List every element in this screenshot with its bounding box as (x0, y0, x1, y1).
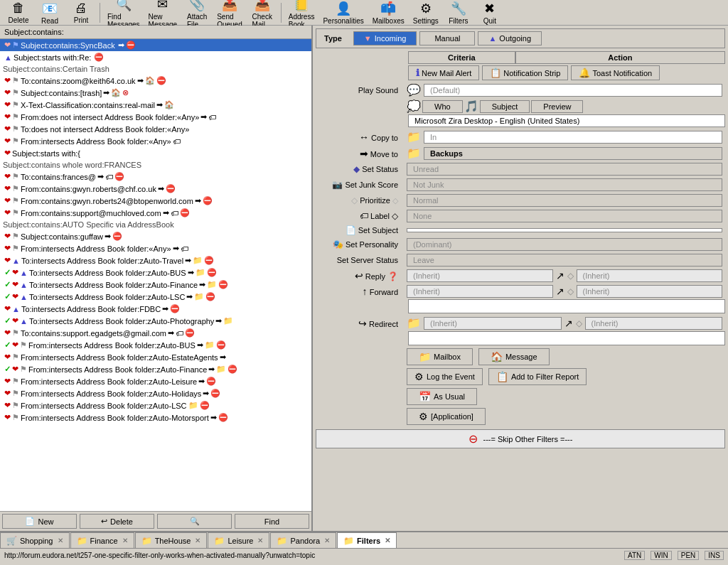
filter-item[interactable]: ✓ ❤ ⚑ From:intersects Address Book folde… (0, 363, 311, 375)
find-filter-button[interactable]: Find (235, 514, 309, 529)
flag-icon: ⚑ (12, 208, 19, 217)
filter-item[interactable]: ✓ ❤ ⚑ From:intersects Address Book folde… (0, 339, 311, 351)
application-btn[interactable]: ⚙ [Application] (407, 408, 486, 425)
focus-filter-button[interactable]: 🔍 (157, 514, 232, 529)
redirect-text-input[interactable] (408, 331, 725, 345)
tb-personalities[interactable]: 👤 Personalities (318, 0, 368, 26)
filter-item[interactable]: ❤ ⚑ Subject:contains:SyncBack ➡ ⛔ (0, 39, 311, 51)
preview-btn[interactable]: Preview (531, 100, 583, 113)
filter-item[interactable]: ❤ ⚑ To:contains:zoom@keith64.co.uk ➡ 🏠 ⛔ (0, 75, 311, 87)
set-personality-value[interactable]: (Dominant) (407, 238, 722, 251)
new-filter-button[interactable]: 📄 New (2, 514, 77, 529)
tab-incoming[interactable]: ▼ Incoming (353, 31, 417, 45)
filter-item[interactable]: ❤ ⚑ Subject:contains:guffaw ➡ ⛔ (0, 230, 311, 242)
set-server-value[interactable]: Leave (407, 254, 722, 267)
delete-filter-button[interactable]: ↩ Delete (80, 514, 154, 529)
toast-notification-btn[interactable]: 🔔 Toast Notification (571, 65, 660, 80)
filter-text: Subject:starts with:Re: (14, 53, 91, 62)
preview-label: Preview (543, 102, 571, 111)
filter-item[interactable]: ✓ ❤ ▲ To:intersects Address Book folder:… (0, 291, 311, 303)
log-event-btn[interactable]: ⚙ Log the Event (407, 368, 483, 385)
filter-item[interactable]: ❤ ⚑ From:contains:support@muchloved.com … (0, 207, 311, 219)
tab-outgoing[interactable]: ▲ Outgoing (478, 31, 542, 45)
tb-print[interactable]: 🖨 Print (65, 0, 97, 26)
close-finance[interactable]: ✕ (122, 537, 128, 544)
redirect-val2[interactable]: (Inherit) (585, 317, 723, 330)
tab-thehouse[interactable]: 📁 TheHouse ✕ (135, 532, 208, 548)
notification-strip-btn[interactable]: 📋 Notification Strip (482, 65, 568, 80)
close-shopping[interactable]: ✕ (58, 537, 63, 544)
filter-item[interactable]: ❤ ⚑ From:intersects Address Book folder:… (0, 387, 311, 399)
new-label: New (38, 517, 53, 526)
close-leisure[interactable]: ✕ (257, 537, 263, 544)
subject-btn[interactable]: Subject (480, 100, 530, 113)
filter-item[interactable]: ❤ ⚑ From:contains:gwyn.roberts@chf.co.uk… (0, 183, 311, 195)
tab-finance[interactable]: 📁 Finance ✕ (70, 532, 134, 548)
filter-item[interactable]: ❤ ⚑ From:intersects Address Book folder:… (0, 399, 311, 411)
label-value[interactable]: None (407, 210, 722, 222)
set-junk-value[interactable]: Not Junk (407, 178, 722, 191)
filter-item[interactable]: ✓ ❤ ▲ To:intersects Address Book folder:… (0, 315, 311, 327)
filter-item[interactable]: ❤ ⚑ From:intersects Address Book folder:… (0, 351, 311, 363)
who-btn[interactable]: Who (422, 100, 463, 113)
move-to-row: ➡ Move to 📁 Backups (316, 145, 725, 161)
flag-icon: ⚑ (12, 172, 19, 181)
filter-item[interactable]: ❤ ⚑ To:contains:support.egadgets@gmail.c… (0, 327, 311, 339)
filter-item[interactable]: ❤ ⚑ To:does not intersect Address Book f… (0, 123, 311, 135)
tb-quit[interactable]: ✖ Quit (474, 0, 505, 26)
tab-filters[interactable]: 📁 Filters ✕ (337, 532, 397, 548)
filter-item[interactable]: ❤ ▲ To:intersects Address Book folder:FD… (0, 303, 311, 315)
tb-delete[interactable]: 🗑 Delete (3, 0, 34, 26)
tab-manual[interactable]: Manual (419, 31, 475, 45)
close-pandora[interactable]: ✕ (324, 537, 330, 544)
filter-item[interactable]: ❤ ⚑ From:does not intersect Address Book… (0, 111, 311, 123)
tab-leisure[interactable]: 📁 Leisure ✕ (208, 532, 269, 548)
message-btn[interactable]: 🏠 Message (478, 348, 550, 365)
filter-item[interactable]: ❤ ⚑ To:contains:frances@ ➡ 🏷 ⛔ (0, 171, 311, 183)
filter-item[interactable]: ❤ ⚑ From:intersects Address Book folder:… (0, 135, 311, 147)
filter-item[interactable]: ✓ ❤ ▲ To:intersects Address Book folder:… (0, 267, 311, 279)
filter-item[interactable]: ❤ ⚑ X-Text-Classification:contains:real-… (0, 99, 311, 111)
forward-val2[interactable]: (Inherit) (577, 285, 723, 298)
filter-item[interactable]: ❤ Subject:starts with:{ (0, 147, 311, 159)
filter-item[interactable]: ❤ ⚑ From:intersects Address Book folder:… (0, 242, 311, 254)
prioritize-value[interactable]: Normal (407, 194, 722, 207)
set-subject-value[interactable] (407, 228, 722, 232)
tab-shopping[interactable]: 🛒 Shopping ✕ (0, 532, 70, 548)
copy-to-value[interactable]: In (424, 131, 722, 144)
tb-read-label: Read (41, 17, 58, 25)
mailboxes-icon: 📫 (380, 1, 396, 16)
reply-val2[interactable]: (Inherit) (577, 269, 723, 282)
set-subject-text: Set Subject (358, 226, 398, 235)
filter-item[interactable]: ▲ Subject:starts with:Re: ⛔ (0, 51, 311, 63)
filter-text: From:intersects Address Book folder:«Any… (21, 244, 171, 253)
reply-val1[interactable]: (Inherit) (407, 269, 553, 282)
filter-item[interactable]: ❤ ⚑ From:intersects Address Book folder:… (0, 375, 311, 387)
new-mail-alert-btn[interactable]: ℹ New Mail Alert (408, 65, 479, 80)
redirect-val1[interactable]: (Inherit) (424, 317, 562, 330)
set-status-value[interactable]: Unread (407, 163, 722, 176)
tab-pandora[interactable]: 📁 Pandora ✕ (270, 532, 336, 548)
tb-settings[interactable]: ⚙ Settings (409, 0, 443, 26)
close-thehouse[interactable]: ✕ (195, 537, 200, 544)
mailbox-btn[interactable]: 📁 Mailbox (407, 348, 473, 365)
forward-label: ↑ Forward (318, 286, 404, 297)
forward-val1[interactable]: (Inherit) (407, 285, 553, 298)
play-sound-value[interactable]: (Default) (424, 84, 722, 97)
filter-item[interactable]: ✓ ❤ ▲ To:intersects Address Book folder:… (0, 279, 311, 291)
close-filters[interactable]: ✕ (385, 537, 390, 544)
tag-icon: 🏷 (208, 113, 216, 122)
as-usual-btn[interactable]: 📅 As Usual (407, 388, 477, 405)
filter-item[interactable]: ❤ ▲ To:intersects Address Book folder:zA… (0, 254, 311, 267)
tb-mailboxes[interactable]: 📫 Mailboxes (368, 0, 409, 26)
tab-finance-label: Finance (90, 537, 118, 545)
filter-item[interactable]: ❤ ⚑ Subject:contains:[trash] ➡ 🏠 ⊗ (0, 87, 311, 99)
tb-filters[interactable]: 🔧 Filters (443, 0, 474, 26)
move-to-value[interactable]: Backups (424, 147, 722, 160)
add-filter-report-btn[interactable]: 📋 Add to Filter Report (488, 368, 587, 385)
filter-item[interactable]: ❤ ⚑ From:intersects Address Book folder:… (0, 411, 311, 424)
filter-scroll[interactable]: ❤ ⚑ Subject:contains:SyncBack ➡ ⛔ ▲ Subj… (0, 39, 311, 511)
filter-item[interactable]: ❤ ⚑ From:contains:gwyn.roberts24@btopenw… (0, 195, 311, 207)
tb-read[interactable]: 📧 Read (34, 0, 65, 26)
forward-text-input[interactable] (408, 299, 725, 313)
